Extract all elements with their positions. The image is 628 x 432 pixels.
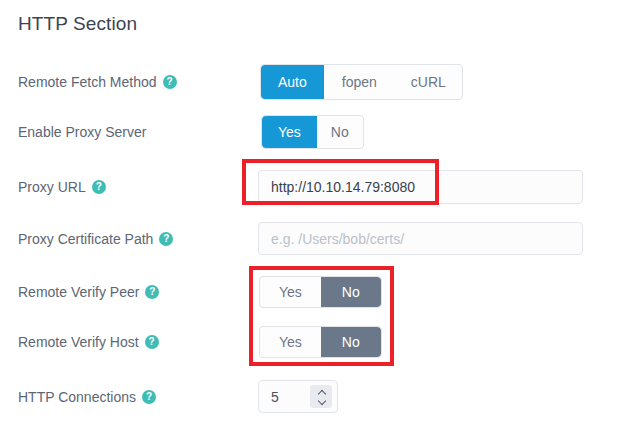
remote-fetch-method-label-text: Remote Fetch Method <box>18 74 157 90</box>
help-icon[interactable]: ? <box>142 390 156 404</box>
enable-proxy-server-label: Enable Proxy Server <box>18 124 146 140</box>
row-remote-verify-host: Remote Verify Host ? Yes No <box>0 326 628 358</box>
enable-proxy-no-button[interactable]: No <box>317 116 363 148</box>
remote-verify-peer-label: Remote Verify Peer ? <box>18 284 159 300</box>
help-icon[interactable]: ? <box>145 335 159 349</box>
enable-proxy-yes-button[interactable]: Yes <box>262 116 317 148</box>
remote-verify-peer-label-text: Remote Verify Peer <box>18 284 139 300</box>
help-icon[interactable]: ? <box>145 285 159 299</box>
row-proxy-url: Proxy URL ? <box>0 170 628 204</box>
remote-verify-host-label-text: Remote Verify Host <box>18 334 139 350</box>
proxy-cert-path-label-text: Proxy Certificate Path <box>18 231 153 247</box>
http-settings-page: HTTP Section Remote Fetch Method ? Auto … <box>0 0 628 432</box>
row-http-connections: HTTP Connections ? 5 <box>0 380 628 413</box>
row-remote-fetch-method: Remote Fetch Method ? Auto fopen cURL <box>0 64 628 100</box>
spinner-up-icon[interactable] <box>318 388 325 395</box>
fetch-method-curl-button[interactable]: cURL <box>395 65 462 99</box>
enable-proxy-toggle: Yes No <box>261 115 364 149</box>
page-title: HTTP Section <box>18 13 137 35</box>
help-icon[interactable]: ? <box>92 180 106 194</box>
fetch-method-auto-button[interactable]: Auto <box>261 65 324 99</box>
remote-verify-peer-toggle: Yes No <box>259 276 382 308</box>
spinner-down-icon[interactable] <box>318 398 325 405</box>
remote-fetch-method-label: Remote Fetch Method ? <box>18 74 177 90</box>
http-connections-label: HTTP Connections ? <box>18 389 156 405</box>
proxy-cert-path-label: Proxy Certificate Path ? <box>18 231 173 247</box>
row-proxy-cert-path: Proxy Certificate Path ? <box>0 222 628 255</box>
http-connections-input[interactable]: 5 <box>258 380 338 413</box>
http-connections-label-text: HTTP Connections <box>18 389 136 405</box>
remote-verify-host-label: Remote Verify Host ? <box>18 334 159 350</box>
remote-verify-host-toggle: Yes No <box>259 326 382 358</box>
verify-peer-no-button[interactable]: No <box>321 277 381 307</box>
fetch-method-fopen-button[interactable]: fopen <box>324 65 395 99</box>
remote-fetch-method-toggle: Auto fopen cURL <box>260 64 463 100</box>
proxy-cert-path-input[interactable] <box>258 222 583 255</box>
row-remote-verify-peer: Remote Verify Peer ? Yes No <box>0 276 628 308</box>
verify-host-no-button[interactable]: No <box>321 327 381 357</box>
enable-proxy-server-label-text: Enable Proxy Server <box>18 124 146 140</box>
help-icon[interactable]: ? <box>159 232 173 246</box>
number-spinner[interactable] <box>310 385 332 408</box>
verify-peer-yes-button[interactable]: Yes <box>260 277 321 307</box>
row-enable-proxy-server: Enable Proxy Server Yes No <box>0 115 628 149</box>
proxy-url-label-text: Proxy URL <box>18 179 86 195</box>
help-icon[interactable]: ? <box>163 75 177 89</box>
proxy-url-label: Proxy URL ? <box>18 179 106 195</box>
http-connections-value: 5 <box>259 389 310 405</box>
proxy-url-input[interactable] <box>258 170 583 204</box>
verify-host-yes-button[interactable]: Yes <box>260 327 321 357</box>
